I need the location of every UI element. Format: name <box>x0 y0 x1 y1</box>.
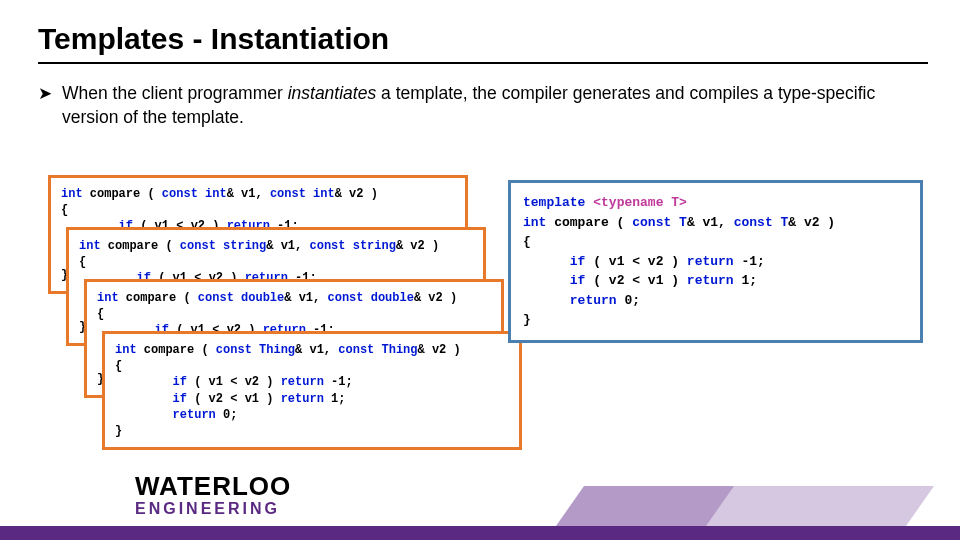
logo-line1: WATERLOO <box>135 471 291 502</box>
footer-diagonal-2 <box>706 486 934 526</box>
code-thing: int compare ( const Thing& v1, const Thi… <box>102 331 522 450</box>
slide-title: Templates - Instantiation <box>0 0 960 62</box>
waterloo-logo: WATERLOO ENGINEERING <box>135 471 291 518</box>
footer-strip <box>0 526 960 540</box>
bullet-text: When the client programmer instantiates … <box>62 82 934 129</box>
bullet-arrow-icon: ➤ <box>38 82 52 106</box>
bullet-text-em: instantiates <box>288 83 377 103</box>
bullet-item: ➤ When the client programmer instantiate… <box>0 82 960 129</box>
generated-code-stack: int compare ( const int& v1, const int& … <box>48 175 493 465</box>
logo-line2: ENGINEERING <box>135 500 291 518</box>
code-template: template <typename T> int compare ( cons… <box>508 180 923 343</box>
title-underline <box>38 62 928 64</box>
bullet-text-pre: When the client programmer <box>62 83 288 103</box>
